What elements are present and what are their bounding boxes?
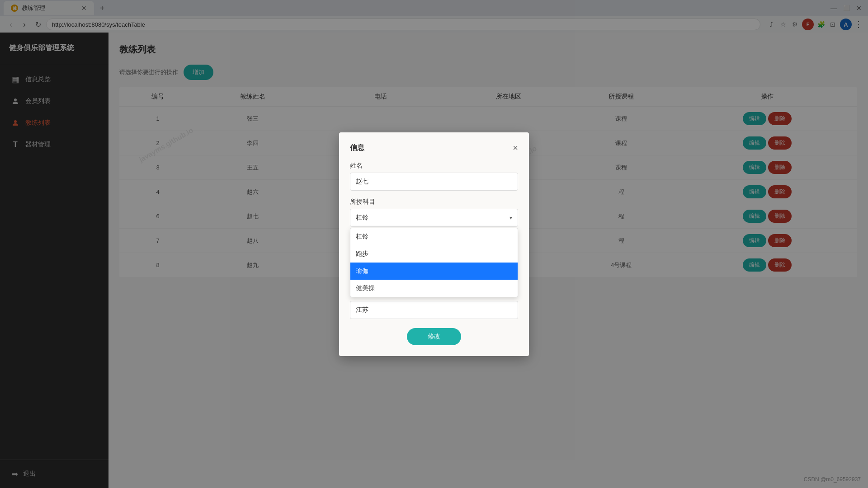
name-field-group: 姓名 bbox=[350, 162, 518, 191]
dropdown-item-0[interactable]: 杠铃 bbox=[350, 228, 518, 245]
subject-selected-value: 杠铃 bbox=[356, 214, 368, 222]
modal-overlay: 信息 × 姓名 所授科目 杠铃 ▾ 杠铃 跑步 瑜伽 健美操 bbox=[0, 0, 868, 488]
modal-close-button[interactable]: × bbox=[513, 143, 518, 152]
subject-select-wrapper: 杠铃 ▾ 杠铃 跑步 瑜伽 健美操 bbox=[350, 209, 518, 227]
dropdown-item-3[interactable]: 健美操 bbox=[350, 280, 518, 297]
subject-label: 所授科目 bbox=[350, 198, 518, 206]
name-input[interactable] bbox=[350, 173, 518, 191]
subject-dropdown: 杠铃 跑步 瑜伽 健美操 bbox=[350, 228, 518, 297]
subject-field-group: 所授科目 杠铃 ▾ 杠铃 跑步 瑜伽 健美操 bbox=[350, 198, 518, 227]
name-label: 姓名 bbox=[350, 162, 518, 170]
dropdown-item-1[interactable]: 跑步 bbox=[350, 245, 518, 263]
dropdown-item-2[interactable]: 瑜伽 bbox=[350, 263, 518, 280]
modal-header: 信息 × bbox=[350, 143, 518, 153]
modal-dialog: 信息 × 姓名 所授科目 杠铃 ▾ 杠铃 跑步 瑜伽 健美操 bbox=[339, 132, 529, 356]
select-arrow-icon: ▾ bbox=[509, 215, 512, 221]
modal-title: 信息 bbox=[350, 143, 364, 153]
subject-select-display[interactable]: 杠铃 ▾ bbox=[350, 209, 518, 227]
address-input[interactable] bbox=[350, 301, 518, 319]
submit-button[interactable]: 修改 bbox=[407, 328, 461, 345]
